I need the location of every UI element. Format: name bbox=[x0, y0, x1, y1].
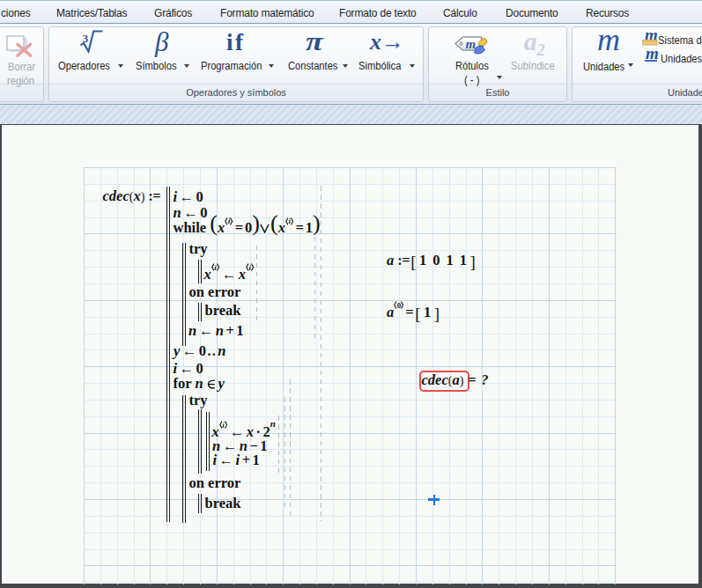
svg-text:m: m bbox=[466, 37, 477, 51]
svg-text:3: 3 bbox=[83, 32, 89, 45]
